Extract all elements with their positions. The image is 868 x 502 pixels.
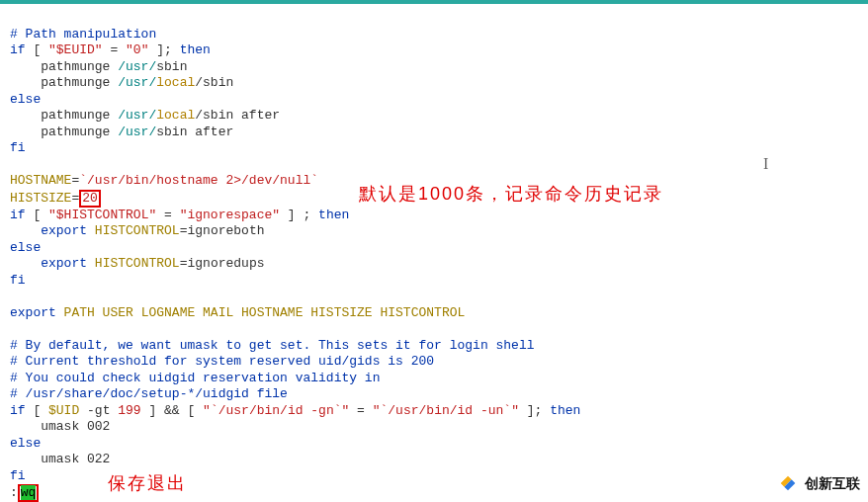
comment-line: # You could check uidgid reservation val…: [10, 371, 380, 385]
watermark-text: 创新互联: [805, 475, 860, 492]
text-cursor-icon: I: [763, 156, 768, 173]
var-hostname: HOSTNAME: [10, 173, 71, 188]
keyword-export: export: [10, 305, 56, 320]
keyword-else: else: [10, 92, 41, 107]
comment-line: # By default, we want umask to get set. …: [10, 338, 535, 353]
keyword-fi: fi: [10, 140, 26, 155]
comment-line: # /usr/share/doc/setup-*/uidgid file: [10, 386, 288, 401]
watermark: 创新互联: [777, 472, 860, 494]
annotation-histsize: 默认是1000条，记录命令历史记录: [359, 186, 663, 203]
comment-line: # Current threshold for system reserved …: [10, 354, 434, 369]
code-editor[interactable]: # Path manipulation if [ "$EUID" = "0" ]…: [0, 4, 868, 502]
var-histsize: HISTSIZE: [10, 191, 71, 206]
wq-command-box: wq: [18, 484, 40, 502]
histsize-value-box: 20: [79, 190, 101, 208]
comment-line: # Path manipulation: [10, 27, 156, 42]
annotation-save-exit: 保存退出: [108, 475, 187, 492]
logo-icon: [777, 472, 799, 494]
keyword-if: if: [10, 42, 26, 57]
